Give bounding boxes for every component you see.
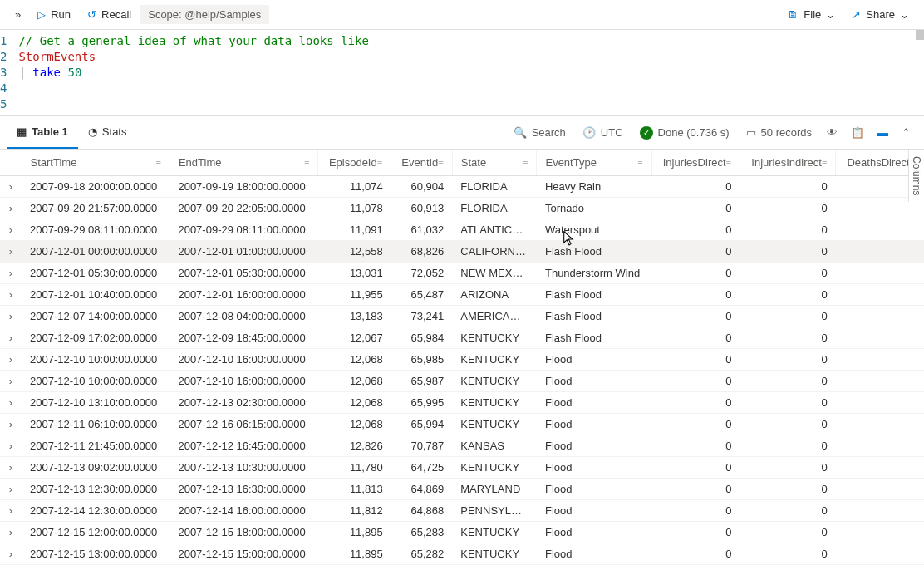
expand-row-button[interactable]: › bbox=[0, 500, 22, 522]
cell[interactable]: 11,091 bbox=[318, 219, 391, 241]
cell[interactable]: 0 bbox=[740, 543, 835, 565]
cell[interactable]: NEW MEX… bbox=[452, 263, 537, 284]
table-row[interactable]: ›2007-12-13 09:02:00.00002007-12-13 10:3… bbox=[0, 457, 924, 479]
cell[interactable]: 2007-12-15 13:00:00.0000 bbox=[22, 543, 170, 565]
results-grid[interactable]: Columns StartTime≡EndTime≡EpisodeId≡Even… bbox=[0, 150, 924, 570]
expand-row-button[interactable]: › bbox=[0, 176, 22, 198]
expand-row-button[interactable]: › bbox=[0, 543, 22, 565]
expand-row-button[interactable]: › bbox=[0, 198, 22, 219]
column-header[interactable]: EventType≡ bbox=[537, 150, 651, 176]
cell[interactable]: 12,068 bbox=[318, 349, 391, 371]
cell[interactable]: 70,787 bbox=[391, 435, 453, 457]
cell[interactable]: 2007-12-09 18:45:00.0000 bbox=[170, 327, 317, 349]
table-row[interactable]: ›2007-12-15 13:00:00.00002007-12-15 15:0… bbox=[0, 543, 924, 565]
cell[interactable]: 13,183 bbox=[318, 306, 391, 327]
column-header[interactable]: StartTime≡ bbox=[22, 150, 170, 176]
cell[interactable]: 2007-09-29 08:11:00.0000 bbox=[170, 219, 317, 241]
run-button[interactable]: ▷ Run bbox=[29, 5, 79, 24]
table-row[interactable]: ›2007-09-18 20:00:00.00002007-09-19 18:0… bbox=[0, 176, 924, 198]
cell[interactable]: KANSAS bbox=[452, 435, 537, 457]
table-row[interactable]: ›2007-09-29 08:11:00.00002007-09-29 08:1… bbox=[0, 219, 924, 241]
expand-row-button[interactable]: › bbox=[0, 457, 22, 479]
timezone-selector[interactable]: 🕑 UTC bbox=[574, 126, 632, 139]
cell[interactable]: 0 bbox=[740, 219, 835, 241]
cell[interactable]: 2007-12-10 10:00:00.0000 bbox=[22, 349, 170, 371]
cell[interactable]: 0 bbox=[651, 327, 740, 349]
cell[interactable]: 0 bbox=[651, 349, 740, 371]
cell[interactable]: 12,826 bbox=[318, 435, 391, 457]
share-menu[interactable]: ↗ Share ⌄ bbox=[843, 5, 917, 24]
cell[interactable]: 11,078 bbox=[318, 198, 391, 219]
cell[interactable]: 2007-12-13 12:30:00.0000 bbox=[22, 479, 170, 500]
expand-row-button[interactable]: › bbox=[0, 241, 22, 263]
cell[interactable]: 13,031 bbox=[318, 263, 391, 284]
cell[interactable]: 11,812 bbox=[318, 500, 391, 522]
cell[interactable]: 2007-12-15 12:00:00.0000 bbox=[22, 522, 170, 543]
table-row[interactable]: ›2007-12-13 12:30:00.00002007-12-13 16:3… bbox=[0, 479, 924, 500]
cell[interactable]: 12,068 bbox=[318, 371, 391, 392]
tab-stats[interactable]: ◔ Stats bbox=[78, 116, 137, 149]
cell[interactable]: 2007-12-10 10:00:00.0000 bbox=[22, 371, 170, 392]
cell[interactable]: 65,994 bbox=[391, 414, 453, 435]
column-header[interactable]: InjuriesDirect≡ bbox=[651, 150, 740, 176]
expand-row-button[interactable]: › bbox=[0, 284, 22, 306]
cell[interactable]: 0 bbox=[651, 414, 740, 435]
cell[interactable] bbox=[836, 263, 924, 284]
filter-icon[interactable]: ≡ bbox=[726, 156, 731, 166]
cell[interactable]: KENTUCKY bbox=[452, 565, 537, 571]
cell[interactable]: PENNSYL… bbox=[452, 500, 537, 522]
table-row[interactable]: ›2007-12-01 05:30:00.00002007-12-01 05:3… bbox=[0, 263, 924, 284]
table-row[interactable]: ›2007-12-01 10:40:00.00002007-12-01 16:0… bbox=[0, 284, 924, 306]
cell[interactable]: 2007-12-14 12:30:00.0000 bbox=[22, 500, 170, 522]
cell[interactable]: 11,955 bbox=[318, 284, 391, 306]
cell[interactable] bbox=[836, 479, 924, 500]
cell[interactable]: 0 bbox=[651, 392, 740, 414]
cell[interactable]: AMERICA… bbox=[452, 306, 537, 327]
cell[interactable]: KENTUCKY bbox=[452, 371, 537, 392]
expand-row-button[interactable]: › bbox=[0, 414, 22, 435]
cell[interactable]: 0 bbox=[651, 543, 740, 565]
cell[interactable]: Flood bbox=[537, 349, 651, 371]
cell[interactable] bbox=[836, 306, 924, 327]
cell[interactable]: 0 bbox=[651, 241, 740, 263]
tab-table[interactable]: ▦ Table 1 bbox=[7, 116, 78, 149]
cell[interactable]: 0 bbox=[740, 392, 835, 414]
cell[interactable]: 2007-12-07 14:00:00.0000 bbox=[22, 306, 170, 327]
cell[interactable]: Thunderstorm Wind bbox=[537, 263, 651, 284]
recall-button[interactable]: ↺ Recall bbox=[79, 5, 140, 24]
cell[interactable]: 2007-12-15 18:00:00.0000 bbox=[170, 522, 317, 543]
cell[interactable]: 0 bbox=[740, 479, 835, 500]
filter-icon[interactable]: ≡ bbox=[523, 156, 528, 166]
cell[interactable]: 2007-09-18 20:00:00.0000 bbox=[22, 176, 170, 198]
file-menu[interactable]: 🗎 File ⌄ bbox=[779, 5, 843, 24]
cell[interactable]: 12,692 bbox=[318, 565, 391, 571]
expand-row-button[interactable]: › bbox=[0, 392, 22, 414]
hide-empty-columns-button[interactable]: 👁 bbox=[820, 126, 844, 139]
cell[interactable]: 2007-12-12 16:45:00.0000 bbox=[170, 435, 317, 457]
cell[interactable]: Flood bbox=[537, 457, 651, 479]
table-row[interactable]: ›2007-12-14 12:30:00.00002007-12-14 16:0… bbox=[0, 500, 924, 522]
cell[interactable]: Heavy Rain bbox=[537, 176, 651, 198]
cell[interactable]: 12,067 bbox=[318, 327, 391, 349]
cell[interactable]: ATLANTIC… bbox=[452, 219, 537, 241]
cell[interactable]: 2007-12-10 13:10:00.0000 bbox=[22, 392, 170, 414]
cell[interactable]: 73,241 bbox=[391, 306, 453, 327]
cell[interactable]: 2007-12-11 21:45:00.0000 bbox=[22, 435, 170, 457]
cell[interactable]: 0 bbox=[651, 500, 740, 522]
cell[interactable]: KENTUCKY bbox=[452, 522, 537, 543]
cell[interactable]: 0 bbox=[740, 522, 835, 543]
cell[interactable]: 2007-12-13 02:30:00.0000 bbox=[170, 392, 317, 414]
cell[interactable]: KENTUCKY bbox=[452, 414, 537, 435]
cell[interactable]: 0 bbox=[740, 263, 835, 284]
cell[interactable]: 65,985 bbox=[391, 349, 453, 371]
cell[interactable]: Flood bbox=[537, 500, 651, 522]
cell[interactable]: 0 bbox=[651, 219, 740, 241]
cell[interactable]: 60,913 bbox=[391, 198, 453, 219]
query-editor[interactable]: 12345 // Get a general idea of what your… bbox=[0, 30, 924, 116]
cell[interactable]: 0 bbox=[651, 565, 740, 571]
cell[interactable]: 2007-12-01 01:00:00.0000 bbox=[170, 241, 317, 263]
table-row[interactable]: ›2007-12-15 12:00:00.00002007-12-15 18:0… bbox=[0, 522, 924, 543]
cell[interactable] bbox=[836, 435, 924, 457]
table-row[interactable]: ›2007-12-07 14:00:00.00002007-12-08 04:0… bbox=[0, 306, 924, 327]
cell[interactable]: 11,895 bbox=[318, 543, 391, 565]
